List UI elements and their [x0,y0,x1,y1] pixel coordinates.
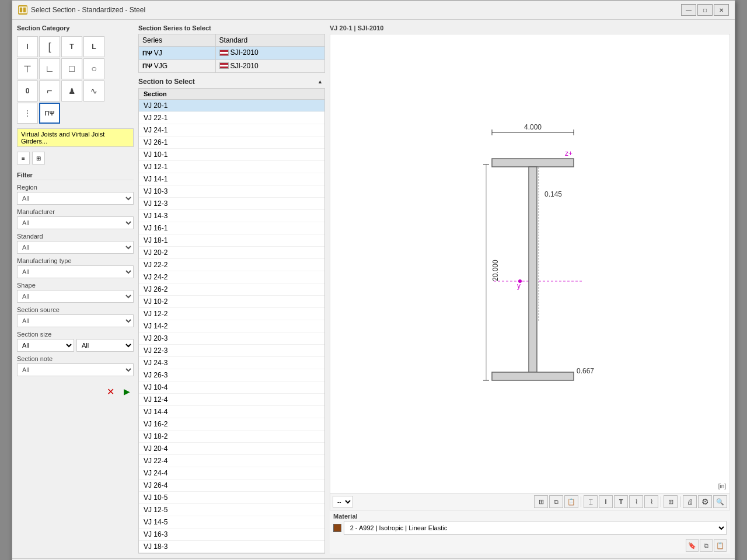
right-icon-btn-1[interactable]: 🔖 [686,539,699,552]
filter-select-manufacturer[interactable]: All [17,216,134,229]
cat-btn-0[interactable]: 0 [17,80,38,102]
clear-filter-button[interactable]: ✕ [103,384,117,398]
cat-btn-C[interactable]: [ [39,36,60,57]
cat-btn-vj[interactable]: ΠΨ [39,103,60,124]
section-item-vj12-1[interactable]: VJ 12-1 [139,161,324,173]
filter-select-section-note[interactable]: All [17,363,134,376]
filter-select-manufacturing-type[interactable]: All [17,265,134,278]
close-button[interactable]: ✕ [714,4,729,16]
vjg-series-icon: ΠΨ [142,62,152,69]
section-item-vj10-4[interactable]: VJ 10-4 [139,382,324,394]
toolbar-col-btn[interactable]: ⌶ [584,495,598,508]
section-list[interactable]: VJ 20-1 VJ 22-1 VJ 24-1 VJ 26-1 VJ 10-1 … [138,99,325,554]
toolbar-custom2-btn[interactable]: ⌇ [644,495,658,508]
section-item-vj10-3[interactable]: VJ 10-3 [139,186,324,198]
vj-series-icon: ΠΨ [142,50,152,57]
cat-btn-I[interactable]: I [17,36,38,57]
section-item-vj12-5[interactable]: VJ 12-5 [139,504,324,516]
section-item-vj26-4[interactable]: VJ 26-4 [139,480,324,492]
toolbar-grid-btn[interactable]: ⊞ [534,495,548,508]
cat-btn-wave[interactable]: ∿ [83,80,104,102]
section-item-vj20-3[interactable]: VJ 20-3 [139,332,324,345]
series-vjg-cell: ΠΨ VJG [139,60,216,73]
filter-select-shape[interactable]: All [17,290,134,303]
cat-btn-L[interactable]: L [83,36,104,57]
grid-view-btn[interactable]: ⊞ [32,152,45,164]
cat-btn-rect[interactable]: □ [61,58,82,79]
preview-title: VJ 20-1 | SJI-2010 [330,24,730,32]
material-select[interactable]: 2 - A992 | Isotropic | Linear Elastic [344,521,727,535]
toolbar-ibeam-btn[interactable]: I [599,495,613,508]
cat-btn-angle[interactable]: ∟ [39,58,60,79]
toolbar-tbeam-btn[interactable]: T [614,495,628,508]
section-item-vj20-4[interactable]: VJ 20-4 [139,443,324,455]
svg-text:4.000: 4.000 [524,123,542,131]
toolbar-print-btn[interactable]: 🖨 [683,495,697,508]
section-item-vj26-1[interactable]: VJ 26-1 [139,136,324,149]
section-item-vj20-2[interactable]: VJ 20-2 [139,247,324,259]
section-item-vj14-1[interactable]: VJ 14-1 [139,173,324,186]
series-col-header: Series [139,34,216,47]
section-item-vj22-4[interactable]: VJ 22-4 [139,455,324,467]
minimize-button[interactable]: — [681,4,696,16]
section-item-vj10-5[interactable]: VJ 10-5 [139,492,324,504]
section-item-vj26-3[interactable]: VJ 26-3 [139,369,324,382]
vj-girders-button[interactable]: Virtual Joists and Virtual Joist Girders… [17,128,134,147]
toolbar-paste-btn[interactable]: 📋 [564,495,578,508]
section-item-vj24-2[interactable]: VJ 24-2 [139,271,324,284]
right-icon-btn-2[interactable]: ⧉ [700,539,713,552]
toolbar-copy-btn[interactable]: ⧉ [549,495,563,508]
section-item-vj26-2[interactable]: VJ 26-2 [139,284,324,296]
filter-group-shape: Shape All [17,282,134,303]
filter-select-standard[interactable]: All [17,241,134,254]
section-item-vj16-2[interactable]: VJ 16-2 [139,418,324,430]
toolbar-settings-btn[interactable]: ⚙ [698,495,712,508]
section-item-vj12-2[interactable]: VJ 12-2 [139,308,324,320]
section-item-vj22-3[interactable]: VJ 22-3 [139,345,324,357]
section-item-vj16-3[interactable]: VJ 16-3 [139,528,324,541]
section-item-vj14-5[interactable]: VJ 14-5 [139,516,324,528]
list-view-btn[interactable]: ≡ [17,152,30,164]
cat-btn-person[interactable]: ♟ [61,80,82,102]
section-item-vj18-3[interactable]: VJ 18-3 [139,541,324,553]
filter-select-region[interactable]: All [17,192,134,205]
maximize-button[interactable]: □ [697,4,713,16]
section-item-vj22-1[interactable]: VJ 22-1 [139,112,324,124]
series-row-vjg[interactable]: ΠΨ VJG SJI-2010 [139,60,325,73]
section-item-vj14-3[interactable]: VJ 14-3 [139,210,324,222]
apply-filter-button[interactable]: ▶ [120,384,134,398]
section-item-vj10-1[interactable]: VJ 10-1 [139,149,324,161]
series-row-vj[interactable]: ΠΨ VJ SJI-2010 [139,47,325,60]
section-item-vj24-1[interactable]: VJ 24-1 [139,124,324,136]
zoom-dropdown[interactable]: -- [333,496,353,508]
section-item-vj18-2[interactable]: VJ 18-2 [139,430,324,443]
section-category-header: Section Category [17,24,134,32]
right-icon-btn-3[interactable]: 📋 [714,539,727,552]
cat-btn-T[interactable]: T [61,36,82,57]
section-item-vj24-3[interactable]: VJ 24-3 [139,357,324,369]
cat-btn-j[interactable]: ⌐ [39,80,60,102]
section-item-vj10-2[interactable]: VJ 10-2 [139,296,324,308]
section-item-vj14-4[interactable]: VJ 14-4 [139,406,324,418]
section-item-vj24-4[interactable]: VJ 24-4 [139,467,324,480]
toolbar-table-btn[interactable]: ⊞ [664,495,678,508]
filter-select-section-size-2[interactable]: All [76,339,134,352]
filter-select-section-source[interactable]: All [17,314,134,327]
us-flag-vjg [219,62,229,69]
us-flag-vj [219,50,229,56]
cat-btn-top-tee[interactable]: ⊤ [17,58,38,79]
section-item-vj22-2[interactable]: VJ 22-2 [139,259,324,271]
section-item-vj12-4[interactable]: VJ 12-4 [139,394,324,406]
cat-btn-dots[interactable]: ⋮ [17,103,38,124]
section-item-vj16-1[interactable]: VJ 16-1 [139,222,324,235]
section-item-vj20-1[interactable]: VJ 20-1 [139,100,324,112]
series-vj-cell: ΠΨ VJ [139,47,216,60]
section-item-vj18-1[interactable]: VJ 18-1 [139,235,324,247]
section-item-vj12-3[interactable]: VJ 12-3 [139,198,324,210]
section-item-vj14-2[interactable]: VJ 14-2 [139,320,324,332]
toolbar-custom1-btn[interactable]: ⌇ [629,495,643,508]
filter-select-section-size-1[interactable]: All [17,339,74,352]
cat-btn-circ[interactable]: ○ [83,58,104,79]
filter-label-manufacturer: Manufacturer [17,208,134,215]
toolbar-zoom-btn[interactable]: 🔍 [713,495,727,508]
